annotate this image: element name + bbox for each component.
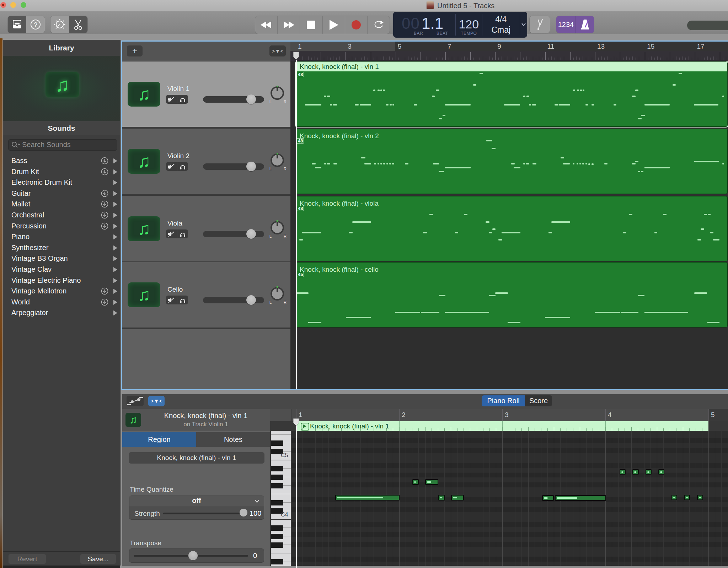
volume-knob[interactable] [246, 295, 256, 305]
catch-playhead-button[interactable]: >▼< [148, 396, 165, 406]
midi-note[interactable] [697, 495, 703, 500]
pan-knob[interactable]: LR [271, 221, 284, 234]
midi-region-2[interactable]: Knock, knock (final) - vln 248 [296, 129, 728, 194]
piano-roll-grid[interactable] [291, 431, 728, 566]
midi-region-4[interactable]: Knock, knock (final) - cello45 [296, 262, 728, 328]
download-icon[interactable] [101, 222, 108, 230]
pan-knob[interactable]: LR [271, 153, 284, 167]
editor-playhead-marker[interactable] [293, 418, 299, 426]
disclosure-arrow-icon[interactable] [113, 300, 117, 305]
lcd-display[interactable]: 00 1.1 BAR BEAT 120 TEMPO 4/4 Cmaj [393, 12, 527, 38]
midi-note[interactable] [658, 469, 664, 475]
mute-button[interactable] [166, 95, 177, 104]
sidebar-item-orchestral[interactable]: Orchestral [3, 210, 120, 221]
save-button[interactable]: Save... [80, 554, 116, 564]
sidebar-item-vintage-mellotron[interactable]: Vintage Mellotron [3, 286, 120, 297]
volume-slider[interactable] [203, 96, 264, 103]
pan-knob[interactable]: LR [271, 287, 284, 301]
sidebar-item-bass[interactable]: Bass [3, 156, 120, 166]
disclosure-arrow-icon[interactable] [113, 278, 117, 283]
volume-slider[interactable] [203, 297, 264, 303]
minimize-button[interactable] [10, 2, 16, 8]
editor-region-strip[interactable]: Knock, knock (final) - vln 1 [296, 421, 708, 431]
editors-button[interactable] [69, 16, 87, 33]
zoom-button[interactable] [21, 2, 26, 8]
download-icon[interactable] [101, 200, 108, 208]
disclosure-arrow-icon[interactable] [113, 245, 117, 250]
midi-note[interactable] [646, 469, 652, 475]
disclosure-arrow-icon[interactable] [113, 289, 117, 294]
strength-slider-knob[interactable] [240, 509, 247, 516]
sidebar-item-synthesizer[interactable]: Synthesizer [3, 243, 120, 253]
download-icon[interactable] [101, 211, 108, 219]
tuner-button[interactable] [530, 16, 550, 33]
rewind-button[interactable] [255, 16, 278, 34]
region-name-field[interactable]: Knock, knock (final) - vln 1 [129, 452, 264, 464]
forward-button[interactable] [278, 16, 300, 34]
track-header-violin-1[interactable]: ♫Violin 1LR [122, 61, 290, 129]
tab-piano-roll[interactable]: Piano Roll [482, 395, 525, 406]
playhead-line[interactable] [296, 60, 297, 389]
tab-notes[interactable]: Notes [196, 432, 270, 447]
sidebar-item-vintage-b3-organ[interactable]: Vintage B3 Organ [3, 253, 120, 264]
disclosure-arrow-icon[interactable] [113, 158, 117, 163]
track-header-violin-2[interactable]: ♫Violin 2LR [122, 129, 290, 196]
midi-note[interactable] [425, 479, 438, 485]
add-track-button[interactable]: + [127, 45, 143, 56]
mute-button[interactable] [166, 229, 177, 238]
automation-button[interactable] [127, 396, 144, 406]
download-icon[interactable] [101, 287, 108, 295]
record-button[interactable] [345, 16, 368, 34]
disclosure-arrow-icon[interactable] [113, 234, 117, 239]
disclosure-arrow-icon[interactable] [113, 180, 117, 185]
sidebar-item-percussion[interactable]: Percussion [3, 221, 120, 232]
midi-note[interactable] [451, 495, 464, 501]
disclosure-arrow-icon[interactable] [113, 169, 117, 174]
stop-button[interactable] [300, 16, 322, 34]
disclosure-arrow-icon[interactable] [113, 310, 117, 315]
sidebar-item-world[interactable]: World [3, 297, 120, 308]
midi-note[interactable] [671, 495, 677, 500]
sidebar-item-guitar[interactable]: Guitar [3, 188, 120, 199]
midi-region-3[interactable]: Knock, knock (final) - viola48 [296, 196, 728, 261]
cycle-button[interactable] [368, 16, 390, 34]
master-volume-slider[interactable] [687, 21, 728, 30]
midi-note[interactable] [555, 495, 606, 501]
tab-score[interactable]: Score [525, 395, 552, 406]
volume-slider[interactable] [203, 163, 264, 170]
midi-note[interactable] [542, 495, 554, 501]
download-icon[interactable] [101, 190, 108, 197]
strength-slider[interactable] [163, 513, 245, 514]
midi-region-1[interactable]: Knock, knock (final) - vln 148 [296, 61, 728, 127]
close-button[interactable] [0, 2, 6, 8]
sidebar-item-vintage-electric-piano[interactable]: Vintage Electric Piano [3, 275, 120, 286]
count-in-button[interactable]: 1234 [556, 16, 576, 33]
track-header-filter-button[interactable]: >▼< [269, 45, 286, 56]
volume-slider[interactable] [203, 231, 264, 237]
disclosure-arrow-icon[interactable] [113, 202, 117, 207]
quick-help-button[interactable]: ? [26, 16, 45, 33]
library-toggle-button[interactable] [8, 16, 26, 33]
disclosure-arrow-icon[interactable] [113, 256, 117, 261]
midi-note[interactable] [632, 469, 639, 475]
smart-controls-button[interactable] [50, 16, 69, 33]
mute-button[interactable] [166, 162, 177, 171]
track-header-viola[interactable]: ♫ViolaLR [122, 196, 290, 263]
midi-note[interactable] [684, 495, 690, 500]
tab-region[interactable]: Region [122, 432, 196, 447]
midi-note[interactable] [620, 469, 626, 475]
disclosure-arrow-icon[interactable] [113, 267, 117, 272]
midi-note[interactable] [438, 495, 445, 501]
window-split-divider[interactable] [122, 390, 728, 394]
headphones-button[interactable] [177, 162, 188, 171]
pan-knob[interactable]: LR [271, 86, 284, 100]
disclosure-arrow-icon[interactable] [113, 224, 117, 229]
search-sounds-field[interactable]: Search Sounds [8, 139, 117, 151]
sidebar-item-drum-kit[interactable]: Drum Kit [3, 167, 120, 177]
editor-ruler[interactable]: 12345 [270, 409, 728, 421]
revert-button[interactable]: Revert [8, 554, 46, 564]
mute-button[interactable] [166, 296, 177, 304]
timeline-ruler-labels[interactable]: 1357911131517 [290, 42, 728, 51]
play-button[interactable] [323, 16, 345, 34]
playhead-marker[interactable] [293, 52, 299, 60]
